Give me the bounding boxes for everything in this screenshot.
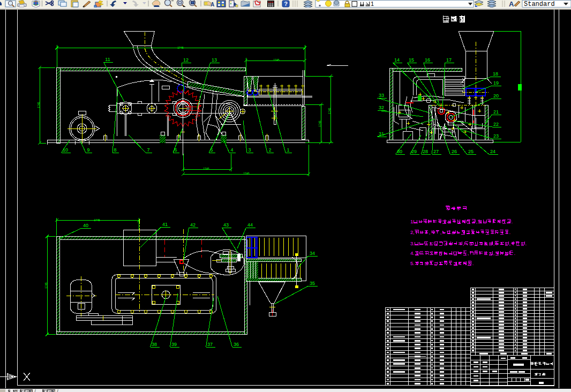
svg-text:1745: 1745 [177,46,184,49]
svg-text:38: 38 [152,342,157,347]
svg-text:7: 7 [147,147,149,153]
svg-text:29: 29 [411,149,417,154]
svg-text:33: 33 [379,93,384,98]
svg-text:25: 25 [468,149,474,154]
svg-text:.: . [413,260,415,266]
svg-text:40: 40 [83,223,88,228]
svg-text:A: A [211,2,214,7]
svg-text:4: 4 [230,147,233,153]
svg-text:24: 24 [490,149,495,154]
svg-text:3: 3 [248,147,251,153]
svg-text:1: 1 [371,1,374,7]
svg-text:.: . [413,240,415,246]
svg-text:14: 14 [394,57,400,63]
svg-text:.: . [525,240,527,246]
svg-text:,: , [463,240,464,246]
svg-text:,: , [476,218,478,224]
svg-text:12: 12 [183,57,189,63]
svg-text:1745: 1745 [37,102,40,108]
svg-text:1745: 1745 [328,108,331,114]
svg-text:2: 2 [52,389,55,392]
svg-text:42: 42 [190,222,196,228]
svg-text:,: , [413,229,415,235]
svg-text:32: 32 [379,105,384,110]
svg-text:13: 13 [212,57,217,63]
svg-text:A: A [509,0,514,7]
svg-text:34: 34 [310,251,315,256]
svg-text:28: 28 [423,149,428,154]
svg-text:1745: 1745 [273,58,280,62]
svg-text:.: . [472,260,474,266]
svg-text:/: / [17,389,18,392]
svg-text:9: 9 [87,147,89,153]
svg-text:,: , [509,240,511,246]
svg-text:1745: 1745 [44,282,48,289]
svg-text:1745: 1745 [318,120,321,127]
svg-text:18: 18 [493,71,498,77]
svg-text:17: 17 [446,57,452,63]
svg-text:23: 23 [493,133,499,139]
svg-text:44: 44 [247,222,253,228]
svg-text:41: 41 [162,222,168,227]
svg-text:2: 2 [268,147,271,153]
svg-text:/: / [34,389,36,392]
svg-text:19: 19 [493,80,499,86]
svg-text:Standard: Standard [524,1,555,7]
svg-text:35: 35 [310,281,315,286]
svg-text:.: . [412,218,414,224]
svg-text:20: 20 [493,93,499,99]
svg-text:/: / [57,389,58,392]
svg-text:.: . [514,250,516,256]
svg-text:21: 21 [493,109,499,115]
svg-text:,: , [440,229,442,235]
svg-text:10: 10 [63,147,68,153]
svg-text:1745: 1745 [243,172,250,175]
svg-text:.: . [512,218,513,224]
svg-text:39: 39 [171,342,177,347]
svg-text:1: 1 [287,147,289,153]
svg-text:,: , [493,240,495,246]
svg-text:37: 37 [207,342,213,347]
svg-text:1745: 1745 [94,218,100,222]
svg-text:11: 11 [105,57,110,62]
svg-text:15: 15 [409,57,414,63]
svg-text:1745: 1745 [203,167,209,170]
svg-text:43: 43 [223,222,229,228]
svg-text:.: . [413,250,415,256]
svg-text:?: ? [284,1,288,7]
svg-text:22: 22 [493,122,499,127]
svg-text:8: 8 [114,147,116,153]
svg-text:27: 27 [433,149,439,154]
svg-text:,: , [468,250,469,256]
svg-text:,: , [493,250,495,256]
svg-text:.: . [509,229,511,235]
svg-text:1: 1 [30,389,33,392]
svg-text:36: 36 [234,342,239,347]
svg-text:26: 26 [452,149,457,154]
svg-text:,: , [429,229,431,235]
svg-text:16: 16 [425,57,430,63]
